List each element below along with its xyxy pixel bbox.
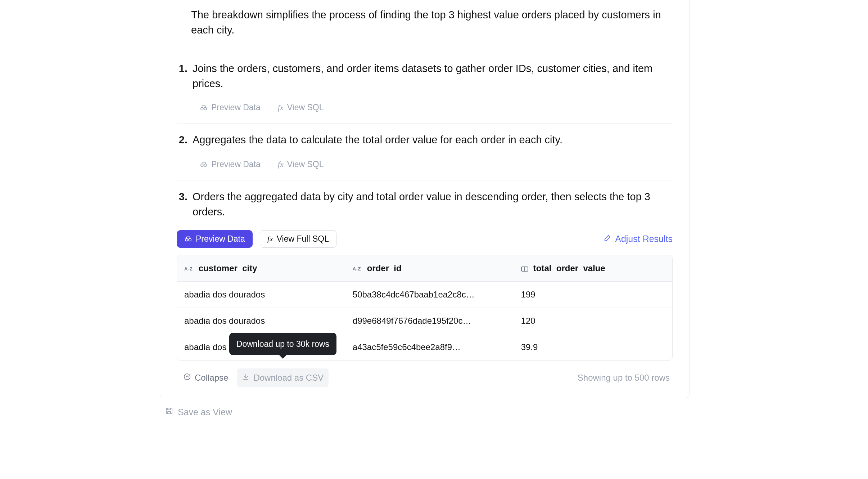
cell-value: 39.9 — [514, 334, 672, 360]
adjust-results-link[interactable]: Adjust Results — [603, 232, 673, 246]
pencil-icon — [603, 232, 611, 246]
table-row[interactable]: abadia dos dourados d99e6849f7676dade195… — [177, 308, 672, 334]
breakdown-intro: The breakdown simplifies the process of … — [177, 0, 673, 52]
save-as-view-button[interactable]: Save as View — [165, 406, 232, 419]
view-full-sql-label: View Full SQL — [277, 234, 329, 244]
svg-point-0 — [201, 107, 203, 110]
cell-city: abadia dos dourados — [177, 281, 345, 308]
view-sql-button[interactable]: fx View SQL — [274, 100, 327, 115]
chevron-up-circle-icon — [183, 371, 191, 384]
download-tooltip: Download up to 30k rows — [229, 333, 336, 355]
svg-point-1 — [204, 107, 207, 110]
cell-order: d99e6849f7676dade195f20c… — [345, 308, 514, 334]
view-full-sql-button[interactable]: fx View Full SQL — [260, 230, 336, 248]
preview-data-label: Preview Data — [211, 160, 261, 169]
step-2-text: Aggregates the data to calculate the tot… — [193, 132, 673, 147]
binoculars-icon — [184, 235, 192, 243]
view-sql-label: View SQL — [287, 160, 324, 169]
step-2: 2. Aggregates the data to calculate the … — [177, 123, 673, 180]
column-label: order_id — [367, 263, 402, 273]
step-2-number: 2. — [177, 132, 187, 148]
download-csv-label: Download as CSV — [253, 371, 324, 384]
adjust-results-label: Adjust Results — [615, 232, 673, 246]
step-3: 3. Orders the aggregated data by city an… — [177, 180, 673, 387]
svg-point-2 — [201, 164, 203, 166]
rows-showing-note: Showing up to 500 rows — [578, 371, 670, 384]
collapse-button[interactable]: Collapse — [183, 371, 228, 384]
save-as-view-label: Save as View — [178, 406, 232, 419]
fx-icon: fx — [267, 234, 273, 243]
column-header-order-id[interactable]: A-Z order_id — [345, 255, 514, 282]
svg-rect-9 — [166, 408, 172, 414]
view-sql-label: View SQL — [287, 103, 324, 112]
download-icon — [242, 371, 250, 384]
text-type-icon: A-Z — [184, 266, 193, 272]
cell-value: 199 — [514, 281, 672, 308]
preview-data-button-active[interactable]: Preview Data — [177, 230, 253, 248]
preview-data-label: Preview Data — [211, 103, 261, 112]
step-3-number: 3. — [177, 189, 187, 205]
table-row[interactable]: abadia dos dourados 50ba38c4dc467baab1ea… — [177, 281, 672, 308]
cell-order: 50ba38c4dc467baab1ea2c8c… — [345, 281, 514, 308]
step-1: 1. Joins the orders, customers, and orde… — [177, 52, 673, 123]
fx-icon: fx — [278, 160, 284, 169]
step-1-number: 1. — [177, 61, 187, 77]
cell-value: 120 — [514, 308, 672, 334]
cell-city: abadia dos dourados — [177, 308, 345, 334]
binoculars-icon — [200, 104, 208, 112]
cell-order: a43ac5fe59c6c4bee2a8f9… — [345, 334, 514, 360]
collapse-label: Collapse — [195, 371, 228, 384]
fx-icon: fx — [278, 103, 284, 112]
step-3-text: Orders the aggregated data by city and t… — [193, 189, 673, 219]
preview-data-label: Preview Data — [196, 234, 245, 244]
svg-point-8 — [184, 374, 190, 380]
svg-point-4 — [185, 238, 188, 241]
download-csv-button[interactable]: Download as CSV — [237, 368, 329, 387]
view-sql-button[interactable]: fx View SQL — [274, 157, 327, 171]
column-header-customer-city[interactable]: A-Z customer_city — [177, 255, 345, 282]
preview-data-button[interactable]: Preview Data — [196, 157, 264, 171]
column-label: customer_city — [199, 263, 257, 273]
svg-point-5 — [189, 238, 191, 241]
column-label: total_order_value — [533, 263, 605, 273]
table-footer: Collapse Download as CSV Showing up to 5… — [177, 361, 673, 387]
step-1-text: Joins the orders, customers, and order i… — [193, 61, 673, 91]
number-type-icon — [521, 266, 530, 272]
column-header-total-order-value[interactable]: total_order_value — [514, 255, 672, 282]
svg-point-3 — [204, 164, 207, 166]
text-type-icon: A-Z — [353, 266, 361, 272]
save-icon — [165, 406, 173, 419]
binoculars-icon — [200, 160, 208, 168]
preview-data-button[interactable]: Preview Data — [196, 100, 264, 115]
